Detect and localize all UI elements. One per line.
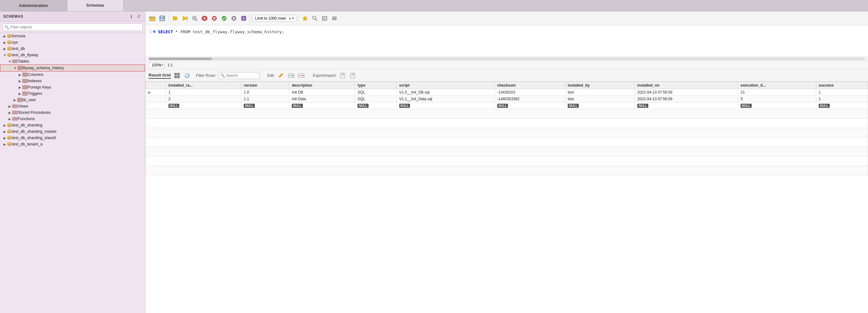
col-header-installed-on[interactable]: installed_on (634, 82, 738, 89)
svg-rect-49 (160, 19, 164, 21)
cell-success-1: 1 (816, 89, 868, 96)
chevron-icon: ▶ (3, 123, 7, 127)
svg-rect-79 (332, 18, 337, 19)
filter-label: Filter Rows: (196, 73, 216, 78)
limit-select[interactable]: Limit to 1000 rows Don't Limit Limit to … (252, 15, 297, 22)
table-row-empty (146, 156, 868, 166)
null-badge: NULL (497, 104, 508, 108)
null-badge: NULL (819, 104, 830, 108)
sql-content[interactable]: SELECT * FROM test_db_flyway.flyway_sche… (158, 28, 868, 54)
sidebar-item-test-db-sharding-master[interactable]: ▶ test_db_sharding_master (0, 128, 145, 135)
zoom-input[interactable] (149, 62, 164, 68)
sidebar-item-test-db[interactable]: ▶ test_db (0, 45, 145, 52)
col-header-description[interactable]: description (289, 82, 355, 89)
sidebar-item-test-db-sharding-slave0[interactable]: ▶ test_db_sharding_slave0 (0, 135, 145, 141)
filter-search-wrapper: 🔍 (218, 72, 259, 79)
svg-rect-95 (350, 73, 355, 78)
tree-container: ▶ formula ▶ (0, 33, 145, 313)
import-icon[interactable] (349, 72, 357, 80)
sidebar-item-tables[interactable]: ▼ Tables (0, 58, 145, 64)
tab-administration[interactable]: Administration (0, 0, 67, 11)
col-header-success[interactable]: success (816, 82, 868, 89)
cell-success-null: NULL (816, 102, 868, 109)
col-header-checksum[interactable]: checksum (494, 82, 565, 89)
save-button[interactable] (158, 14, 166, 23)
edit-pencil-icon[interactable] (277, 72, 285, 80)
col-header-version[interactable]: version (241, 82, 289, 89)
open-button[interactable] (148, 14, 157, 23)
sidebar-item-functions[interactable]: ▶ Functions (0, 116, 145, 122)
info-button[interactable] (239, 14, 248, 23)
sidebar-item-columns[interactable]: ▶ Columns (0, 71, 145, 78)
svg-rect-80 (332, 19, 337, 20)
svg-point-2 (8, 36, 11, 37)
db-icon (7, 46, 12, 51)
table-row-empty (146, 137, 868, 147)
col-header-execution-time[interactable]: execution_ti... (738, 82, 816, 89)
check-button[interactable] (220, 14, 228, 23)
col-header-type[interactable]: type (355, 82, 397, 89)
tab-schemas[interactable]: Schemas (67, 0, 124, 11)
editor-scrollbar[interactable] (146, 57, 868, 61)
sidebar-item-foreign-keys[interactable]: ▶ Foreign Keys (0, 84, 145, 90)
col-header-script[interactable]: script (396, 82, 494, 89)
star-icon (302, 15, 308, 21)
edit-add-row-icon[interactable] (287, 72, 295, 80)
search-input[interactable] (3, 23, 143, 31)
chevron-icon: ▶ (18, 79, 22, 83)
sidebar-item-formula[interactable]: ▶ formula (0, 33, 145, 39)
table-row: NULL NULL NULL NULL NULL NULL NULL NULL … (146, 102, 868, 109)
cell-type-null: NULL (355, 102, 397, 109)
chevron-icon: ▶ (18, 85, 22, 90)
settings-button[interactable] (330, 14, 339, 23)
kill-button[interactable] (210, 14, 219, 23)
sidebar-item-stored-procedures[interactable]: ▶ Stored Procedures (0, 109, 145, 116)
sidebar-item-views[interactable]: ▶ Views (0, 103, 145, 109)
editor-scrollbar-thumb[interactable] (149, 58, 212, 60)
sidebar-item-flyway-schema-history[interactable]: ▼ flyway_schema_history (0, 64, 145, 71)
grid-icon-btn[interactable] (173, 72, 181, 80)
result-grid-tab[interactable]: Result Grid (149, 72, 171, 79)
cancel-button[interactable] (229, 14, 238, 23)
import-file-icon (350, 73, 356, 79)
db-icon (7, 53, 12, 57)
stop-button[interactable] (200, 14, 209, 23)
limit-select-wrapper: Limit to 1000 rows Don't Limit Limit to … (252, 15, 297, 22)
data-grid[interactable]: installed_ra... version description type… (146, 82, 868, 313)
sidebar-label-test-db-tenant-a: test_db_tenant_a (12, 142, 43, 146)
cell-script-1: V1.0__Init_DB.sql (396, 89, 494, 96)
sidebar-item-tb-user[interactable]: ▶ tb_user (0, 97, 145, 103)
sidebar-refresh-icon[interactable]: ↺ (135, 13, 142, 20)
sidebar-info-icon[interactable]: ℹ (128, 13, 134, 20)
sidebar-item-test-db-sharding[interactable]: ▶ test_db_sharding (0, 122, 145, 128)
sidebar-item-test-db-flyway[interactable]: ▼ test_db_flyway (0, 52, 145, 58)
sidebar-item-sys[interactable]: ▶ sys (0, 39, 145, 45)
format-button[interactable] (320, 14, 329, 23)
svg-rect-32 (12, 111, 18, 114)
refresh-results-icon[interactable] (183, 72, 191, 80)
sidebar-label-indexes: Indexes (28, 79, 42, 83)
execute-button[interactable] (171, 14, 180, 23)
col-header-installed-by[interactable]: installed_by (565, 82, 635, 89)
sidebar-item-test-db-tenant-a[interactable]: ▶ test_db_tenant_a (0, 141, 145, 147)
execute-selected-button[interactable] (181, 14, 189, 23)
sidebar-item-indexes[interactable]: ▶ Indexes (0, 78, 145, 84)
main-content: SCHEMAS ℹ ↺ 🔍 ▶ (0, 11, 868, 313)
save-icon (159, 15, 165, 21)
chevron-icon: ▶ (8, 104, 12, 108)
svg-point-11 (8, 55, 11, 56)
explain-button[interactable] (190, 14, 199, 23)
null-badge: NULL (399, 104, 410, 108)
svg-point-36 (8, 125, 11, 126)
export-icon[interactable] (339, 72, 347, 80)
favorite-button[interactable] (301, 14, 309, 23)
edit-delete-row-icon[interactable] (298, 72, 305, 80)
search-button[interactable] (310, 14, 319, 23)
sql-table-ref: test_db_flyway.flyway_schema_history; (193, 29, 284, 34)
sidebar-item-triggers[interactable]: ▶ Triggers (0, 90, 145, 97)
row-indicator-1: ▶ (146, 89, 166, 96)
col-header-installed-rank[interactable]: installed_ra... (166, 82, 241, 89)
sidebar-label-test-db-sharding-slave0: test_db_sharding_slave0 (12, 136, 56, 140)
svg-rect-84 (177, 76, 180, 78)
svg-rect-81 (175, 73, 177, 75)
